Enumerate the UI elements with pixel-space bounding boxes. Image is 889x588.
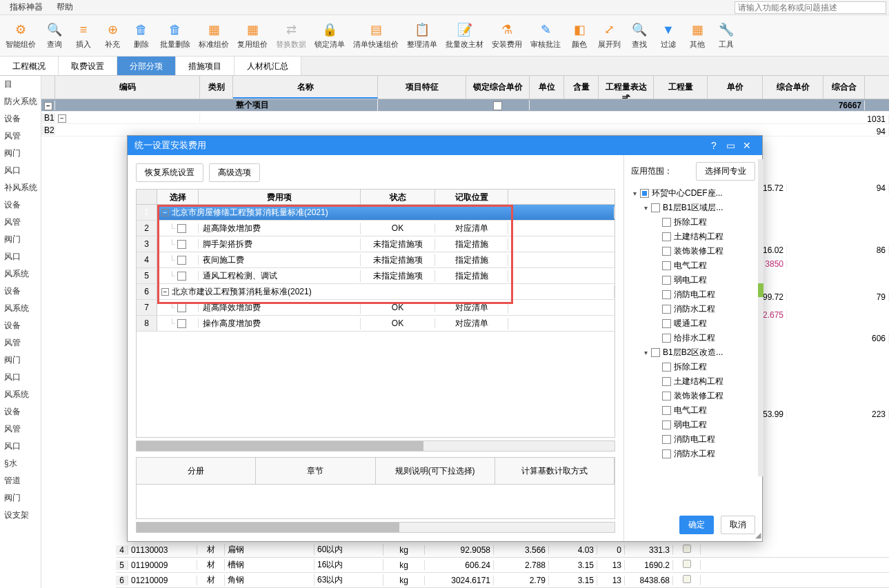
tree-checkbox[interactable] (651, 203, 660, 212)
tree-toggle-icon[interactable]: ▾ (642, 349, 650, 356)
sidebar-item[interactable]: §水 (0, 455, 41, 472)
tool-过滤[interactable]: ▼过滤 (654, 18, 683, 53)
lock-icon[interactable] (683, 575, 691, 583)
material-row[interactable]: 6 01210009 材 角钢 63以内 kg 3024.6171 2.79 3… (116, 573, 889, 588)
restore-button[interactable]: 恢复系统设置 (136, 163, 203, 182)
tree-checkbox[interactable] (662, 232, 671, 241)
tree-checkbox[interactable] (662, 435, 671, 444)
sidebar-item[interactable]: 风管 (0, 214, 41, 231)
tool-整理清单[interactable]: 📋整理清单 (403, 18, 441, 53)
tree-node[interactable]: 装饰装修工程 (631, 244, 755, 258)
tree-checkbox[interactable] (640, 189, 649, 198)
tool-查找[interactable]: 🔍查找 (625, 18, 654, 53)
tree-node[interactable]: 消防水工程 (631, 447, 755, 461)
col-项目特征[interactable]: 项目特征 (378, 76, 466, 99)
tree-checkbox[interactable] (662, 377, 671, 386)
tool-删除[interactable]: 🗑删除 (127, 18, 156, 53)
tool-清单快速组价[interactable]: ▤清单快速组价 (349, 18, 403, 53)
collapse-icon[interactable]: − (161, 288, 169, 296)
collapse-icon[interactable]: − (161, 209, 169, 216)
tab-工程概况[interactable]: 工程概况 (0, 57, 59, 75)
lock-icon[interactable] (683, 545, 691, 553)
table-row[interactable]: − 整个项目 76667 (41, 99, 889, 112)
lock-icon[interactable] (683, 560, 691, 568)
fee-group-row[interactable]: 6 −北京市建设工程预算消耗量标准(2021) (137, 284, 615, 300)
help-icon[interactable]: ? (706, 137, 722, 154)
fee-checkbox[interactable] (177, 224, 186, 233)
tree-checkbox[interactable] (651, 348, 660, 357)
collapse-icon[interactable]: − (58, 114, 66, 123)
tree-node[interactable]: 电气工程 (631, 403, 755, 418)
fee-row[interactable]: 5 └ 通风工程检测、调试 未指定措施项 指定措施 (137, 268, 615, 284)
tree-toggle-icon[interactable]: ▾ (642, 204, 650, 212)
tree-checkbox[interactable] (662, 276, 671, 285)
fee-checkbox[interactable] (177, 256, 186, 265)
rule-tab[interactable]: 计算基数计取方式 (495, 458, 615, 484)
fee-checkbox[interactable] (177, 319, 186, 328)
resize-grip-icon[interactable]: ◢ (755, 531, 761, 540)
sidebar-item[interactable]: 目 (0, 76, 41, 93)
col-综合单价[interactable]: 综合单价 (763, 76, 823, 99)
tree-node[interactable]: 土建结构工程 (631, 230, 755, 244)
tool-批量改主材[interactable]: 📝批量改主材 (441, 18, 488, 53)
fee-row[interactable]: 4 └ 夜间施工费 未指定措施项 指定措施 (137, 252, 615, 268)
tree-node[interactable]: ▾B1层B1区域层... (631, 201, 755, 215)
tree-node[interactable]: ▾B1层B2区改造... (631, 345, 755, 360)
tree-checkbox[interactable] (662, 305, 671, 314)
maximize-icon[interactable]: ▭ (722, 137, 739, 154)
sidebar-item[interactable]: 风口 (0, 369, 41, 386)
col-工程量表达式[interactable]: 工程量表达式 (599, 76, 654, 99)
col-含量[interactable]: 含量 (564, 76, 599, 99)
tool-复用组价[interactable]: ▦复用组价 (233, 18, 272, 53)
dialog-vscroll[interactable] (758, 159, 763, 476)
col-类别[interactable]: 类别 (200, 76, 233, 99)
col-工程量[interactable]: 工程量 (654, 76, 708, 99)
sidebar-item[interactable]: 设备 (0, 196, 41, 214)
tree-node[interactable]: 弱电工程 (631, 273, 755, 287)
rule-tab[interactable]: 章节 (256, 458, 375, 484)
sidebar-item[interactable]: 风管 (0, 420, 41, 438)
sidebar-item[interactable]: 风系统 (0, 265, 41, 283)
tree-node[interactable]: 消防水工程 (631, 302, 755, 316)
tool-安装费用[interactable]: ⚗安装费用 (488, 18, 526, 53)
sidebar-item[interactable]: 阀门 (0, 145, 41, 162)
tool-智能组价[interactable]: ⚙智能组价 (1, 18, 40, 53)
tool-审核批注[interactable]: ✎审核批注 (526, 18, 565, 53)
fee-checkbox[interactable] (177, 303, 186, 312)
fee-row[interactable]: 7 └ 超高降效增加费 OK 对应清单 (137, 300, 615, 316)
sidebar-item[interactable]: 设备 (0, 283, 41, 300)
sidebar-item[interactable]: 防火系统 (0, 93, 41, 110)
tree-checkbox[interactable] (662, 247, 671, 256)
cancel-button[interactable]: 取消 (721, 516, 755, 534)
col-名称[interactable]: 名称 (233, 76, 378, 99)
tree-node[interactable]: 拆除工程 (631, 215, 755, 230)
ok-button[interactable]: 确定 (679, 516, 714, 534)
tree-checkbox[interactable] (662, 363, 671, 372)
sidebar-item[interactable]: 风口 (0, 438, 41, 455)
lock-checkbox[interactable] (493, 101, 502, 110)
tool-插入[interactable]: ≡插入 (69, 18, 98, 53)
tool-标准组价[interactable]: ▦标准组价 (194, 18, 233, 53)
hscroll[interactable] (136, 440, 615, 452)
tool-展开到[interactable]: ⤢展开到 (594, 18, 625, 53)
tree-node[interactable]: 电气工程 (631, 258, 755, 273)
tab-取费设置[interactable]: 取费设置 (59, 57, 117, 75)
sidebar-item[interactable]: 阀门 (0, 489, 41, 507)
tab-人材机汇总[interactable]: 人材机汇总 (234, 57, 301, 75)
tree-checkbox[interactable] (662, 261, 671, 270)
select-same-button[interactable]: 选择同专业 (696, 162, 755, 181)
tree-node[interactable]: 装饰装修工程 (631, 389, 755, 403)
sidebar-item[interactable]: 设备 (0, 403, 41, 420)
tab-措施项目[interactable]: 措施项目 (176, 57, 234, 75)
sidebar-item[interactable]: 阀门 (0, 352, 41, 369)
sidebar-item[interactable]: 风管 (0, 128, 41, 145)
advanced-button[interactable]: 高级选项 (209, 163, 260, 182)
sidebar-item[interactable]: 设备 (0, 110, 41, 128)
tree-node[interactable]: 拆除工程 (631, 360, 755, 374)
sidebar-item[interactable]: 补风系统 (0, 179, 41, 196)
menu-help[interactable]: 帮助 (50, 0, 80, 14)
tree-node[interactable]: 给排水工程 (631, 331, 755, 345)
tool-查询[interactable]: 🔍查询 (40, 18, 69, 53)
tree-checkbox[interactable] (662, 392, 671, 401)
tree-checkbox[interactable] (662, 319, 671, 328)
